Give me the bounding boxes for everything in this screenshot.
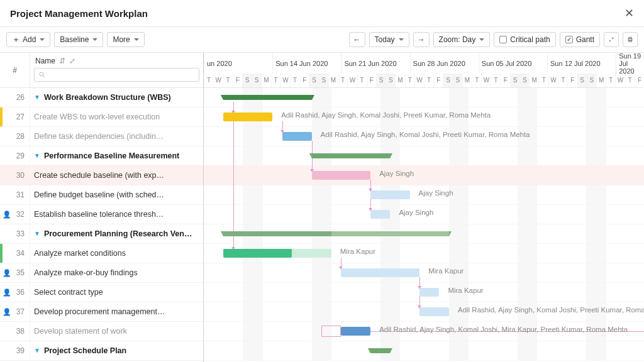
task-name[interactable]: Analyze make-or-buy findings bbox=[30, 268, 203, 277]
day-header: S bbox=[587, 74, 596, 87]
row-number: 30 bbox=[0, 166, 30, 185]
task-name[interactable]: ▼Project Schedule Plan bbox=[30, 346, 203, 355]
gantt-row[interactable]: Mira Kapur bbox=[204, 283, 644, 302]
day-header: S bbox=[519, 74, 529, 87]
day-header: F bbox=[367, 74, 376, 87]
task-name[interactable]: Create WBS to work-level execution bbox=[30, 112, 203, 121]
row-number: 29 bbox=[0, 146, 30, 165]
day-header: T bbox=[223, 74, 232, 87]
gantt-row[interactable] bbox=[204, 146, 644, 166]
gantt-row[interactable] bbox=[204, 88, 644, 107]
task-bar[interactable]: Adil Rashid, Ajay Singh, Komal Joshi, Pr… bbox=[282, 132, 312, 141]
day-header: S bbox=[443, 74, 452, 87]
day-header: W bbox=[615, 74, 625, 87]
summary-bar[interactable] bbox=[370, 348, 390, 353]
row-number: 👤32 bbox=[0, 205, 30, 224]
critical-path-toggle[interactable]: Critical path bbox=[494, 32, 555, 47]
gantt-row[interactable] bbox=[204, 224, 644, 244]
prev-button[interactable]: ← bbox=[349, 32, 365, 47]
day-header: S bbox=[252, 74, 261, 87]
chevron-down-icon[interactable]: ▼ bbox=[34, 230, 40, 237]
task-bar[interactable]: Mira Kapur bbox=[341, 268, 419, 277]
task-row[interactable]: 38Develop statement of work bbox=[0, 322, 203, 341]
gantt-row[interactable]: Ajay Singh bbox=[204, 166, 644, 185]
assignee-label: Adil Rashid, Ajay Singh, Komal Joshi, Mi… bbox=[379, 326, 628, 333]
gantt-row[interactable]: Adil Rashid, Ajay Singh, Komal Joshi, Pr… bbox=[204, 302, 644, 322]
task-name[interactable]: Define budget baseline (with sched… bbox=[30, 190, 203, 199]
task-bar[interactable]: Adil Rashid, Ajay Singh, Komal Joshi, Pr… bbox=[223, 112, 272, 121]
task-name[interactable]: Select contract type bbox=[30, 288, 203, 297]
task-name[interactable]: Develop procurement management… bbox=[30, 307, 203, 316]
task-bar[interactable]: Mira Kapur bbox=[419, 288, 439, 297]
gantt-row[interactable]: Mira Kapur bbox=[204, 263, 644, 283]
summary-bar[interactable] bbox=[223, 95, 311, 100]
more-button[interactable]: More bbox=[107, 32, 144, 47]
task-name[interactable]: ▼Work Breakdown Structure (WBS) bbox=[30, 93, 203, 102]
task-row[interactable]: 31Define budget baseline (with sched… bbox=[0, 185, 203, 205]
task-bar[interactable]: Mira Kapur bbox=[223, 249, 292, 258]
chevron-down-icon[interactable]: ▼ bbox=[34, 152, 40, 159]
dependency-line bbox=[341, 258, 341, 267]
task-name[interactable]: Analyze market conditions bbox=[30, 249, 203, 258]
day-header: T bbox=[357, 74, 367, 87]
zoom-button[interactable]: Zoom: Day bbox=[433, 32, 491, 47]
day-header: T bbox=[204, 74, 213, 87]
task-bar[interactable]: Adil Rashid, Ajay Singh, Komal Joshi, Pr… bbox=[419, 307, 449, 316]
today-button[interactable]: Today bbox=[369, 32, 409, 47]
column-header-name[interactable]: Name bbox=[35, 57, 55, 65]
task-bar[interactable]: Ajay Singh bbox=[370, 190, 409, 199]
task-name[interactable]: ▼Procurement Planning (Research Ven… bbox=[30, 229, 203, 238]
task-name[interactable]: Define task dependencies (includin… bbox=[30, 132, 203, 141]
gantt-row[interactable]: Adil Rashid, Ajay Singh, Komal Joshi, Mi… bbox=[204, 322, 644, 341]
task-name[interactable]: Establish baseline tolerance thresh… bbox=[30, 210, 203, 219]
summary-bar[interactable] bbox=[223, 231, 449, 236]
week-header: Sun 14 Jun 2020 bbox=[272, 53, 328, 74]
task-bar[interactable]: Ajay Singh bbox=[370, 210, 390, 219]
collapse-icon[interactable]: ⇵ bbox=[59, 57, 65, 65]
task-bar[interactable]: Ajay Singh bbox=[312, 171, 371, 180]
gantt-row[interactable] bbox=[204, 341, 644, 361]
task-row[interactable]: 👤32Establish baseline tolerance thresh… bbox=[0, 205, 203, 224]
add-button[interactable]: ＋Add bbox=[6, 32, 50, 47]
chevron-down-icon[interactable]: ▼ bbox=[34, 94, 40, 101]
task-bar[interactable]: Adil Rashid, Ajay Singh, Komal Joshi, Mi… bbox=[341, 327, 370, 336]
next-button[interactable]: → bbox=[413, 32, 430, 47]
gantt-toggle[interactable]: Gantt bbox=[560, 32, 600, 47]
day-header: S bbox=[577, 74, 587, 87]
gantt-row[interactable]: Adil Rashid, Ajay Singh, Komal Joshi, Pr… bbox=[204, 127, 644, 146]
close-icon[interactable]: ✕ bbox=[625, 6, 634, 20]
task-row[interactable]: 33▼Procurement Planning (Research Ven… bbox=[0, 224, 203, 244]
day-header: F bbox=[233, 74, 242, 87]
search-input[interactable] bbox=[34, 68, 199, 82]
print-icon[interactable] bbox=[623, 32, 638, 47]
settings-icon[interactable] bbox=[604, 32, 619, 47]
task-name[interactable]: Develop statement of work bbox=[30, 327, 203, 336]
task-row[interactable]: 27Create WBS to work-level execution bbox=[0, 107, 203, 127]
gantt-row[interactable]: Mira Kapur bbox=[204, 244, 644, 263]
task-row[interactable]: 👤35Analyze make-or-buy findings bbox=[0, 263, 203, 283]
baseline-button[interactable]: Baseline bbox=[54, 32, 103, 47]
assignee-label: Ajay Singh bbox=[399, 209, 433, 216]
task-row[interactable]: 👤37Develop procurement management… bbox=[0, 302, 203, 322]
chevron-down-icon[interactable]: ▼ bbox=[34, 347, 40, 354]
task-row[interactable]: 28Define task dependencies (includin… bbox=[0, 127, 203, 146]
column-header-number[interactable]: # bbox=[0, 53, 30, 87]
day-header: S bbox=[319, 74, 328, 87]
task-name[interactable]: Create schedule baseline (with exp… bbox=[30, 171, 203, 180]
task-row[interactable]: 👤36Select contract type bbox=[0, 283, 203, 302]
task-row[interactable]: 34Analyze market conditions bbox=[0, 244, 203, 263]
task-row[interactable]: 30Create schedule baseline (with exp… bbox=[0, 166, 203, 185]
task-row[interactable]: 39▼Project Schedule Plan bbox=[0, 341, 203, 361]
day-header: M bbox=[261, 74, 270, 87]
gantt-row[interactable]: Adil Rashid, Ajay Singh, Komal Joshi, Pr… bbox=[204, 107, 644, 127]
assignee-label: Ajay Singh bbox=[379, 170, 414, 177]
task-name[interactable]: ▼Performance Baseline Measurement bbox=[30, 151, 203, 160]
row-number: 28 bbox=[0, 127, 30, 146]
task-row[interactable]: 29▼Performance Baseline Measurement bbox=[0, 146, 203, 166]
summary-bar[interactable] bbox=[312, 153, 391, 158]
task-row[interactable]: 26▼Work Breakdown Structure (WBS) bbox=[0, 88, 203, 107]
day-header: M bbox=[529, 74, 538, 87]
gantt-row[interactable]: Ajay Singh bbox=[204, 205, 644, 224]
gantt-row[interactable]: Ajay Singh bbox=[204, 185, 644, 205]
expand-icon[interactable]: ⤢ bbox=[69, 57, 75, 65]
